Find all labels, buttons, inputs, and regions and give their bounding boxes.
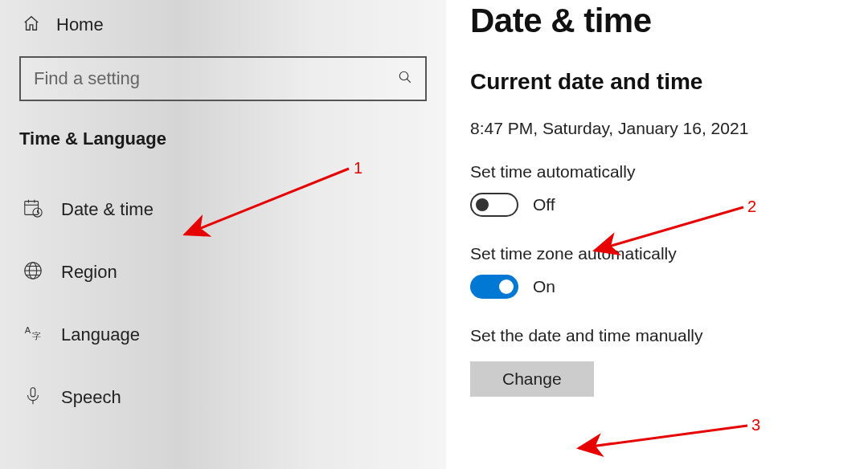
annotation-2: 2 bbox=[747, 198, 756, 216]
set-tz-auto-label: Set time zone automatically bbox=[470, 244, 868, 263]
svg-rect-16 bbox=[31, 388, 35, 397]
set-tz-auto-state: On bbox=[533, 277, 555, 296]
microphone-icon bbox=[23, 385, 43, 410]
sidebar-item-label: Speech bbox=[61, 387, 121, 408]
set-tz-auto-row: On bbox=[470, 275, 868, 299]
section-heading: Current date and time bbox=[470, 69, 868, 95]
sidebar-item-date-time[interactable]: Date & time bbox=[0, 178, 446, 241]
sidebar-item-speech[interactable]: Speech bbox=[0, 366, 446, 429]
section-title: Time & Language bbox=[0, 124, 446, 178]
home-label: Home bbox=[56, 14, 104, 35]
search-icon bbox=[398, 70, 412, 88]
main-panel: Date & time Current date and time 8:47 P… bbox=[446, 0, 868, 469]
search-input[interactable]: Find a setting bbox=[19, 56, 427, 101]
annotation-3: 3 bbox=[751, 416, 760, 434]
home-nav[interactable]: Home bbox=[0, 0, 446, 50]
svg-text:字: 字 bbox=[32, 331, 41, 341]
language-icon: A字 bbox=[23, 323, 43, 347]
annotation-1: 1 bbox=[354, 159, 362, 177]
set-time-auto-state: Off bbox=[533, 195, 555, 214]
set-time-auto-row: Off bbox=[470, 193, 868, 217]
home-icon bbox=[23, 14, 40, 35]
set-tz-auto-toggle[interactable] bbox=[470, 275, 518, 299]
page-title: Date & time bbox=[470, 2, 868, 40]
current-datetime: 8:47 PM, Saturday, January 16, 2021 bbox=[470, 119, 868, 138]
search-placeholder: Find a setting bbox=[34, 68, 140, 89]
svg-text:A: A bbox=[25, 325, 31, 335]
set-time-auto-label: Set time automatically bbox=[470, 162, 868, 181]
set-manual-label: Set the date and time manually bbox=[470, 326, 868, 345]
svg-line-1 bbox=[407, 79, 411, 83]
sidebar: Home Find a setting Time & Language Date… bbox=[0, 0, 446, 469]
calendar-clock-icon bbox=[23, 198, 43, 222]
change-button[interactable]: Change bbox=[470, 361, 594, 397]
sidebar-item-label: Language bbox=[61, 324, 140, 345]
globe-icon bbox=[23, 260, 43, 284]
sidebar-item-region[interactable]: Region bbox=[0, 241, 446, 304]
svg-point-0 bbox=[399, 71, 408, 80]
sidebar-item-label: Region bbox=[61, 262, 117, 283]
sidebar-item-label: Date & time bbox=[61, 199, 154, 220]
sidebar-item-language[interactable]: A字 Language bbox=[0, 304, 446, 366]
set-time-auto-toggle[interactable] bbox=[470, 193, 518, 217]
